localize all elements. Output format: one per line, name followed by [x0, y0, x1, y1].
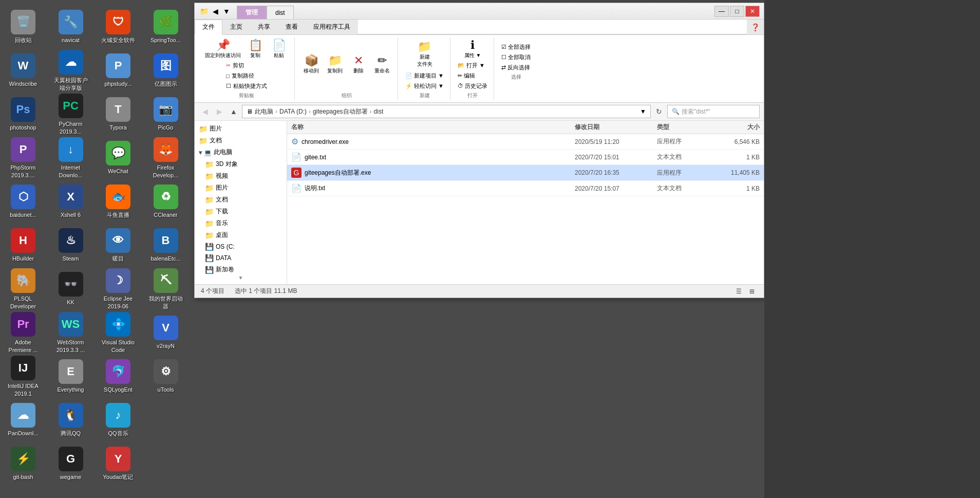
sidebar-item-pics[interactable]: 📁 图片 [195, 182, 287, 194]
sidebar-item-docs[interactable]: 📁 文档 [195, 135, 287, 146]
desktop-icon-xshell[interactable]: XXshell 6 [50, 180, 91, 224]
close-button[interactable]: ✕ [745, 6, 760, 17]
nav-up-btn[interactable]: ▲ [228, 105, 240, 118]
nav-refresh-btn[interactable]: ↻ [653, 105, 665, 118]
tab-dist[interactable]: dist [267, 6, 294, 19]
ribbon-open-btn[interactable]: 📂 打开 ▼ [456, 61, 489, 70]
ribbon-btn-rename[interactable]: ✏ 重命名 [371, 53, 393, 76]
desktop-icon-balena[interactable]: BbalenaEtc... [145, 224, 186, 267]
desktop-icon-wechat[interactable]: 💬WeChat [98, 136, 139, 180]
sidebar-item-3d[interactable]: 📁 3D 对象 [195, 158, 287, 170]
desktop-icon-phpstorm[interactable]: PPhpStorm 2019.3.... [3, 136, 44, 180]
desktop-icon-premiere[interactable]: PrAdobe Premiere ... [3, 311, 44, 355]
file-row-1[interactable]: 📄gitee.txt2020/7/20 15:01文本文档1 KB [287, 150, 764, 165]
col-date[interactable]: 修改日期 [575, 123, 657, 132]
ribbon-invertselect-btn[interactable]: ⇄ 反向选择 [499, 63, 533, 72]
col-name[interactable]: 名称 [291, 123, 575, 132]
desktop-icon-minecraft[interactable]: ⛏我的世界启动器 [145, 267, 186, 311]
file-row-2[interactable]: Ggiteepages自动部署.exe2020/7/20 16:35应用程序11… [287, 165, 764, 181]
desktop-icon-douyu[interactable]: 🐟斗鱼直播 [98, 180, 139, 224]
path-dropdown-icon[interactable]: ▼ [640, 108, 646, 115]
col-size[interactable]: 大小 [708, 123, 760, 132]
sidebar-item-osdrive[interactable]: 💾 OS (C: [195, 241, 287, 252]
desktop-icon-everything[interactable]: EEverything [50, 355, 91, 398]
ribbon-tab-share[interactable]: 共享 [250, 20, 278, 34]
desktop-icon-tencentqq[interactable]: 🐧腾讯QQ [50, 398, 91, 442]
desktop-icon-vscode[interactable]: 💠Visual Studio Code [98, 311, 139, 355]
desktop-icon-hbuilder[interactable]: HHBuilder [3, 224, 44, 267]
desktop-icon-windscribe[interactable]: WWindscribe [3, 49, 44, 93]
desktop-icon-spring[interactable]: 🌿SpringToo... [145, 5, 186, 49]
ribbon-tab-view[interactable]: 查看 [278, 20, 306, 34]
desktop-icon-firefox[interactable]: 🦊Firefox Develop... [145, 136, 186, 180]
ribbon-help-btn[interactable]: ❓ [747, 20, 764, 34]
path-part-giteepages[interactable]: giteepages自动部署 [313, 107, 368, 116]
maximize-button[interactable]: □ [730, 6, 744, 17]
ribbon-btn-copy[interactable]: 📋 复制 [244, 38, 267, 61]
sidebar-item-desktop[interactable]: 📁 桌面 [195, 229, 287, 241]
desktop-icon-pycharm[interactable]: PCPyCharm 2019.3... [50, 93, 91, 136]
desktop-icon-yitu[interactable]: 图亿图图示 [145, 49, 186, 93]
desktop-icon-sqlyog[interactable]: 🐬SQLyogEnt [98, 355, 139, 398]
view-list-btn[interactable]: ☰ [733, 286, 744, 297]
file-row-3[interactable]: 📄说明.txt2020/7/20 15:07文本文档1 KB [287, 181, 764, 196]
file-row-0[interactable]: ⚙chromedriver.exe2020/5/19 11:20应用程序6,54… [287, 134, 764, 150]
sidebar-item-music[interactable]: 📁 音乐 [195, 217, 287, 229]
desktop-icon-navicat[interactable]: 🔧navicat [50, 5, 91, 49]
ribbon-btn-delete[interactable]: ✕ 删除 [347, 53, 370, 76]
sidebar-item-datadrive[interactable]: 💾 DATA [195, 252, 287, 264]
col-type[interactable]: 类型 [657, 123, 708, 132]
desktop-icon-ccleaner[interactable]: ♻CCleaner [145, 180, 186, 224]
desktop-icon-tianyiyunke[interactable]: ☁天翼校园客户端分享版 [50, 49, 91, 93]
desktop-icon-plsql[interactable]: 🐘PLSQL Developer [3, 267, 44, 311]
ribbon-cut-btn[interactable]: ✂ 剪切 [224, 61, 269, 70]
ribbon-selectall-btn[interactable]: ☑ 全部选择 [499, 42, 533, 52]
desktop-icon-wegame[interactable]: Gwegame [50, 442, 91, 486]
ribbon-newitem-btn[interactable]: 📄 新建项目 ▼ [403, 71, 446, 81]
nav-back-btn[interactable]: ◀ [199, 105, 211, 118]
path-part-dist[interactable]: dist [374, 108, 384, 115]
ribbon-btn-newfolder[interactable]: 📁 新建文件夹 [409, 40, 440, 69]
ribbon-easyaccess-btn[interactable]: ⚡ 轻松访问 ▼ [403, 81, 446, 91]
ribbon-tab-home[interactable]: 主页 [222, 20, 250, 34]
tab-manage[interactable]: 管理 [237, 6, 267, 19]
ribbon-btn-pin[interactable]: 📌 固定到快速访问 [203, 38, 243, 61]
desktop-icon-kk[interactable]: 👓KK [50, 267, 91, 311]
desktop-icon-utools[interactable]: ⚙uTools [145, 355, 186, 398]
ribbon-tab-apptools[interactable]: 应用程序工具 [306, 20, 358, 34]
ribbon-edit-btn[interactable]: ✏ 编辑 [456, 71, 489, 81]
search-box[interactable]: 🔍 搜索"dist*" [667, 105, 760, 118]
sidebar-item-newvol[interactable]: 💾 新加卷 [195, 264, 287, 275]
ribbon-pasteshortcut-btn[interactable]: ☐ 粘贴快捷方式 [224, 81, 269, 91]
ribbon-btn-copyto[interactable]: 📁 复制到 [324, 53, 346, 76]
desktop-icon-steam[interactable]: ♨Steam [50, 224, 91, 267]
desktop-icon-youdao[interactable]: YYoudao笔记 [98, 442, 139, 486]
ribbon-tab-file[interactable]: 文件 [195, 20, 222, 35]
desktop-icon-pandownl[interactable]: ☁PanDownl... [3, 398, 44, 442]
sidebar-item-downloads[interactable]: 📁 下载 [195, 206, 287, 217]
nav-forward-btn[interactable]: ▶ [213, 105, 225, 118]
path-part-data[interactable]: DATA (D:) [279, 108, 307, 115]
desktop-icon-typora[interactable]: TTypora [98, 93, 139, 136]
ribbon-btn-paste[interactable]: 📄 粘贴 [268, 38, 290, 61]
view-grid-btn[interactable]: ⊞ [746, 286, 758, 297]
sidebar-item-video[interactable]: 📁 视频 [195, 170, 287, 182]
desktop-icon-huocheng[interactable]: 🛡火城安全软件 [98, 5, 139, 49]
address-path[interactable]: 🖥 此电脑 › DATA (D:) › giteepages自动部署 › dis… [242, 105, 651, 118]
sidebar-header-thispc[interactable]: ▾ 💻 此电脑 [195, 146, 287, 158]
minimize-button[interactable]: — [714, 6, 729, 17]
desktop-icon-internet[interactable]: ↓Internet Downlo... [50, 136, 91, 180]
desktop-icon-nuanmu[interactable]: 👁暖目 [98, 224, 139, 267]
sidebar-item-pictures[interactable]: 📁 图片 [195, 123, 287, 135]
ribbon-copypath-btn[interactable]: □ 复制路径 [224, 71, 269, 81]
ribbon-btn-properties[interactable]: ℹ 属性 ▼ [461, 38, 484, 61]
desktop-icon-picgo[interactable]: 📷PicGo [145, 93, 186, 136]
desktop-icon-baidunet[interactable]: ⬡baidunet... [3, 180, 44, 224]
ribbon-btn-moveto[interactable]: 📦 移动到 [300, 53, 323, 76]
desktop-icon-v2rayn[interactable]: Vv2rayN [145, 311, 186, 355]
path-part-computer[interactable]: 此电脑 [255, 107, 273, 116]
desktop-icon-gitbash[interactable]: ⚡git-bash [3, 442, 44, 486]
sidebar-item-documents[interactable]: 📁 文档 [195, 194, 287, 206]
ribbon-history-btn[interactable]: ⏱ 历史记录 [456, 81, 489, 91]
desktop-icon-eclipse[interactable]: ☽Eclipse Jee 2019-06 [98, 267, 139, 311]
